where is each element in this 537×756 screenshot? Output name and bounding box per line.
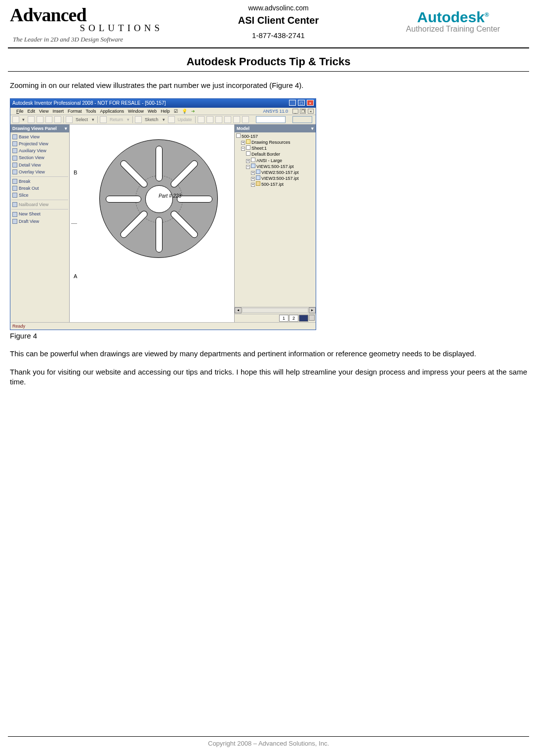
sheet-tab-1[interactable]: 1 (279, 315, 289, 322)
panel-item-auxiliary-view[interactable]: Auxiliary View (11, 147, 68, 154)
tree-drawing-resources[interactable]: +Drawing Resources (236, 139, 314, 145)
disc-slot (177, 196, 212, 203)
panel-bar-title: Drawing Views Panel (12, 126, 57, 131)
panel-bar: Drawing Views Panel ▾ Base View Projecte… (10, 125, 70, 322)
autodesk-atc: Authorized Training Center (379, 25, 527, 34)
expand-icon[interactable]: + (251, 183, 255, 187)
tree-ansi[interactable]: +ANSI - Large (236, 158, 314, 164)
tb-zoom-selected-icon[interactable] (233, 116, 240, 123)
minimize-icon[interactable]: _ (289, 100, 296, 106)
menu-window[interactable]: Window (128, 108, 144, 114)
tb-sketch-dropdown-icon[interactable]: ▾ (162, 117, 166, 123)
tb-zoom-window-icon[interactable] (207, 116, 213, 123)
drawing-canvas[interactable]: B A Part # 223 (70, 125, 234, 322)
mdi-close-icon[interactable]: × (308, 109, 314, 114)
expand-icon[interactable]: + (251, 177, 255, 181)
panel-item-overlay-view[interactable]: Overlay View (11, 168, 68, 175)
tree-sheet[interactable]: −Sheet:1 (236, 145, 314, 151)
menu-web[interactable]: Web (148, 108, 157, 114)
panel-item-new-sheet[interactable]: New Sheet (11, 210, 68, 217)
menu-insert[interactable]: Insert (52, 108, 64, 114)
sheet-tab-2[interactable]: 2 (289, 315, 298, 322)
menu-format[interactable]: Format (68, 108, 82, 114)
tb-sketch-icon[interactable] (135, 116, 142, 123)
tb-pan-icon[interactable] (224, 116, 231, 123)
panel-item-break-out[interactable]: Break Out (11, 185, 68, 192)
tree-view1[interactable]: −VIEW1:500-157.ipt (236, 164, 314, 169)
panel-item-section-view[interactable]: Section View (11, 154, 68, 161)
panel-item-break[interactable]: Break (11, 178, 68, 185)
maximize-icon[interactable]: □ (298, 100, 305, 106)
tb-style-combo[interactable] (256, 116, 286, 123)
panel-item-draft-view[interactable]: Draft View (11, 218, 68, 225)
menu-help[interactable]: Help (161, 108, 170, 114)
menu-lightbulb-icon[interactable]: 💡 (182, 108, 187, 114)
panel-bar-dropdown-icon[interactable]: ▾ (65, 126, 67, 131)
panel-item-base-view[interactable]: Base View (11, 133, 68, 140)
sheet-tab-active[interactable] (299, 315, 308, 322)
menu-applications[interactable]: Applications (100, 108, 124, 114)
tb-new-dropdown-icon[interactable]: ▾ (21, 117, 26, 123)
browser-hscroll[interactable]: ◂ ▸ (235, 307, 316, 314)
tb-update-icon[interactable] (168, 116, 175, 123)
nailboard-view-icon (12, 202, 17, 207)
view-icon (251, 164, 255, 168)
tb-undo-icon[interactable] (45, 116, 52, 123)
tb-layer-combo[interactable] (292, 116, 312, 123)
tb-save-icon[interactable] (37, 116, 43, 123)
collapse-icon[interactable]: − (246, 165, 250, 169)
tb-select-icon[interactable] (66, 116, 73, 123)
panel-item-slice[interactable]: Slice (11, 192, 68, 199)
tb-return-icon[interactable] (100, 116, 107, 123)
window-titlebar[interactable]: Autodesk Inventor Professional 2008 - NO… (10, 99, 316, 108)
model-browser-header[interactable]: Model ▾ (235, 125, 316, 132)
menu-arrow-icon[interactable]: ➔ (191, 108, 195, 114)
tree-view2[interactable]: +VIEW2:500-157.ipt (236, 169, 314, 175)
scroll-left-icon[interactable]: ◂ (235, 307, 242, 313)
tree-part[interactable]: +500-157.ipt (236, 181, 314, 187)
title-separator (8, 71, 529, 72)
disc-slot (119, 159, 149, 189)
tb-redo-icon[interactable] (54, 116, 61, 123)
menu-file[interactable]: File (16, 108, 24, 114)
model-browser-dropdown-icon[interactable]: ▾ (311, 126, 314, 131)
asi-logo-tagline: The Leader in 2D and 3D Design Software (10, 36, 178, 43)
menu-ansys[interactable]: ANSYS 11.0 (263, 108, 288, 114)
intro-paragraph: Zooming in on our related view illustrat… (10, 81, 527, 90)
expand-icon[interactable]: + (241, 141, 245, 145)
tb-open-icon[interactable] (28, 116, 35, 123)
tb-rotate-icon[interactable] (242, 116, 249, 123)
sheet-tab-end-icon[interactable] (309, 315, 315, 321)
disc-slot (119, 209, 149, 239)
panel-item-projected-view[interactable]: Projected View (11, 140, 68, 147)
menu-checkbox-icon[interactable]: ☑ (174, 108, 178, 114)
tb-zoom-all-icon[interactable] (198, 116, 205, 123)
scroll-right-icon[interactable]: ▸ (309, 307, 316, 313)
mdi-minimize-icon[interactable]: _ (292, 109, 298, 114)
panel-bar-header[interactable]: Drawing Views Panel ▾ (10, 125, 69, 132)
tree-root[interactable]: 500-157 (236, 133, 314, 139)
detail-view-icon (12, 163, 17, 168)
menu-edit[interactable]: Edit (28, 108, 36, 114)
tb-new-icon[interactable] (12, 116, 19, 123)
tb-select-label[interactable]: Select (75, 117, 89, 123)
mdi-restore-icon[interactable]: ❐ (300, 109, 306, 114)
part-icon (256, 181, 260, 186)
tree-default-border[interactable]: Default Border (236, 151, 314, 157)
menu-view[interactable]: View (39, 108, 48, 114)
slice-icon (12, 193, 17, 198)
menu-tools[interactable]: Tools (85, 108, 96, 114)
tb-sketch-label[interactable]: Sketch (144, 117, 160, 123)
document-body: Zooming in on our related view illustrat… (0, 77, 537, 387)
break-icon (12, 179, 17, 184)
tb-zoom-icon[interactable] (215, 116, 222, 123)
expand-icon[interactable]: + (251, 171, 255, 175)
scroll-thumb[interactable] (242, 308, 308, 313)
tb-select-dropdown-icon[interactable]: ▾ (91, 117, 95, 123)
website-url: www.advsolinc.com (178, 4, 379, 12)
tree-view3[interactable]: +VIEW3:500-157.ipt (236, 175, 314, 181)
panel-item-detail-view[interactable]: Detail View (11, 162, 68, 168)
expand-icon[interactable]: + (246, 159, 250, 163)
close-icon[interactable]: × (307, 100, 314, 106)
collapse-icon[interactable]: − (241, 147, 245, 151)
